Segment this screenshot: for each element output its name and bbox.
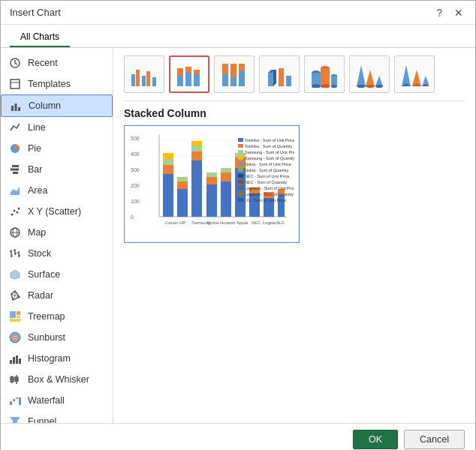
svg-rect-51 [13,399,15,401]
svg-rect-87 [331,76,337,86]
svg-text:Logitech: Logitech [263,220,280,225]
svg-rect-35 [17,316,20,318]
svg-rect-61 [146,71,150,86]
svg-point-39 [14,337,16,338]
title-bar-controls: ? ✕ [433,8,466,18]
svg-rect-159 [238,168,243,172]
dialog-title: Insert Chart [10,7,61,18]
sidebar-label-area: Area [28,185,47,196]
svg-rect-64 [177,68,183,76]
sidebar-label-column: Column [29,100,61,111]
sidebar-item-map[interactable]: Map [1,222,113,243]
sidebar-item-column[interactable]: Column [1,94,113,117]
chart-thumb-3d-pyramid[interactable] [394,56,435,93]
svg-rect-124 [191,152,202,160]
svg-text:LG: LG [279,220,285,225]
chart-thumb-3d-cylinder[interactable] [304,56,345,93]
dialog-body: RecentTemplatesColumnLinePieBarAreaX Y (… [1,48,475,423]
title-bar: Insert Chart ? ✕ [1,1,475,25]
svg-rect-114 [163,174,173,217]
sidebar-label-pie: Pie [28,143,41,154]
svg-rect-1 [11,80,20,88]
sidebar-item-sunburst[interactable]: Sunburst [1,327,113,348]
svg-text:200: 200 [131,183,140,188]
svg-rect-66 [185,67,191,73]
sidebar-item-funnel[interactable]: Funnel [1,411,113,423]
sunburst-icon [8,331,22,344]
svg-rect-33 [10,311,16,318]
svg-rect-40 [10,360,12,364]
sidebar-item-templates[interactable]: Templates [1,74,113,94]
svg-rect-165 [238,186,243,190]
svg-rect-116 [163,159,173,165]
selected-chart-label: Stacked Column [124,107,465,119]
svg-rect-41 [13,357,15,364]
svg-text:0: 0 [131,214,134,220]
svg-rect-58 [131,74,135,86]
svg-rect-3 [11,106,14,111]
boxwhisker-icon [8,373,22,386]
sidebar-item-histogram[interactable]: Histogram [1,348,113,369]
sidebar-label-bar: Bar [28,164,42,175]
close-button[interactable]: ✕ [451,8,466,18]
svg-rect-121 [177,177,188,182]
chart-type-row [124,56,465,93]
svg-rect-36 [10,319,20,322]
ok-button[interactable]: OK [353,430,398,449]
chart-thumb-stacked[interactable] [169,56,209,93]
sidebar-item-waterfall[interactable]: Waterfall [1,390,113,411]
sidebar-item-area[interactable]: Area [1,180,113,201]
chart-preview-box: 0 100 200 300 400 500 [124,125,300,243]
chart-thumb-100stacked[interactable] [214,56,255,93]
sidebar-item-bar[interactable]: Bar [1,159,113,180]
sidebar-item-surface[interactable]: Surface [1,264,113,285]
sidebar-item-stock[interactable]: Stock [1,243,113,264]
scatter-icon [8,205,22,218]
svg-rect-140 [249,194,260,217]
sidebar-label-radar: Radar [28,290,53,301]
sidebar-item-boxwhisker[interactable]: Box & Whisker [1,369,113,390]
svg-marker-91 [366,70,375,86]
sidebar-label-recent: Recent [28,58,58,68]
help-button[interactable]: ? [433,8,445,18]
cancel-button[interactable]: Cancel [404,430,465,449]
sidebar-item-radar[interactable]: Radar [1,285,113,306]
svg-text:Nokia: Nokia [207,220,219,225]
sidebar-item-recent[interactable]: Recent [1,52,113,74]
svg-point-90 [357,85,366,88]
svg-text:300: 300 [131,167,140,172]
chart-thumb-3d-column[interactable] [259,56,300,93]
chart-thumb-clustered[interactable] [124,56,164,93]
column-icon [9,99,23,112]
sidebar-item-scatter[interactable]: X Y (Scatter) [1,201,113,222]
svg-rect-151 [238,144,243,148]
sidebar-item-treemap[interactable]: Treemap [1,306,113,327]
sidebar-item-pie[interactable]: Pie [1,138,113,159]
svg-text:Canon: Canon [165,220,179,225]
svg-rect-72 [230,64,236,77]
sidebar-label-templates: Templates [28,79,71,89]
svg-text:NEC - Sum of Unit Price: NEC - Sum of Unit Price [245,174,289,178]
svg-rect-149 [238,138,243,142]
svg-rect-155 [238,156,243,160]
svg-rect-161 [238,174,243,178]
svg-rect-125 [191,146,202,152]
svg-rect-70 [222,64,228,74]
svg-rect-163 [238,180,243,184]
svg-rect-43 [19,358,21,364]
svg-text:LG - Sum of Unit Price: LG - Sum of Unit Price [245,198,286,202]
svg-rect-52 [16,398,18,399]
chart-thumb-3d-cone[interactable] [349,56,390,93]
map-icon [8,226,22,239]
sidebar-item-line[interactable]: Line [1,117,113,138]
svg-rect-9 [13,172,18,174]
preview-chart-svg: 0 100 200 300 400 500 [129,130,294,236]
svg-text:NEC: NEC [252,220,261,225]
svg-rect-75 [268,73,273,86]
sidebar-label-waterfall: Waterfall [28,395,65,406]
svg-marker-54 [10,417,20,423]
line-icon [8,121,22,134]
bar-icon [8,163,22,176]
tab-all-charts[interactable]: All Charts [10,28,70,47]
sidebar: RecentTemplatesColumnLinePieBarAreaX Y (… [1,48,113,423]
